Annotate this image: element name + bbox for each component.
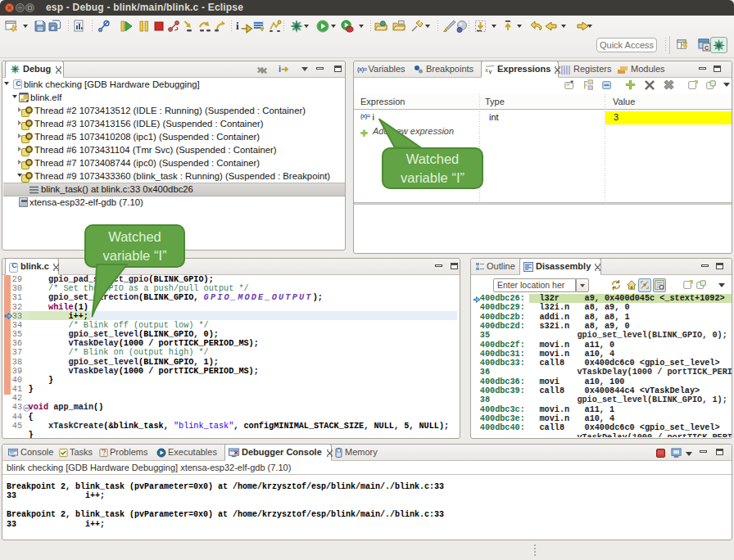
svg-text:x: x bbox=[485, 66, 488, 74]
svg-text:C: C bbox=[705, 45, 709, 51]
svg-text:y: y bbox=[488, 68, 492, 75]
